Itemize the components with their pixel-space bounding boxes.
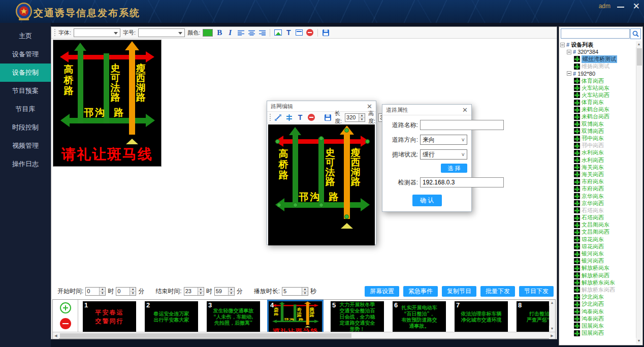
insert-text-button[interactable]: T [284, 28, 293, 37]
program-send-button[interactable]: 节目下发 [519, 286, 554, 297]
device-search-input[interactable] [561, 28, 630, 39]
tree-item[interactable]: 沙北岗西 [574, 301, 635, 308]
align-right-button[interactable] [258, 28, 266, 37]
map-node-handle[interactable] [344, 128, 349, 133]
sidebar-item-1[interactable]: 设备管理 [0, 45, 51, 64]
add-program-button[interactable] [60, 302, 71, 313]
tree-item[interactable]: 国展岗东 [574, 322, 635, 329]
close-icon[interactable]: ✕ [633, 1, 640, 12]
minimize-icon[interactable] [617, 4, 625, 10]
tree-item[interactable]: 银河岗西 [574, 258, 635, 265]
tree-item[interactable]: 解放桥岗东 [574, 265, 635, 272]
editor-canvas[interactable]: 高桥路 史可法路 瘦西湖路 邗沟 路 请礼让斑马线 [268, 124, 375, 245]
program-thumb-1[interactable]: 1平安春运交警同行 [83, 301, 136, 332]
italic-button[interactable]: I [226, 28, 234, 37]
map-node-handle[interactable] [319, 136, 324, 141]
tree-item[interactable]: 鸿泰岗东 [574, 308, 635, 315]
dialog-titlebar[interactable]: 道路属性 ✕ [382, 105, 471, 115]
font-size-select[interactable] [138, 28, 185, 37]
tree-item[interactable]: 体育岗西 [574, 77, 635, 84]
tree-item[interactable]: 琼花岗西 [574, 243, 635, 250]
sidebar-item-4[interactable]: 节目库 [0, 100, 51, 118]
scroll-down-icon[interactable]: ▼ [636, 338, 642, 344]
program-thumb-5[interactable]: 5大力开展秋冬季交通安全整治百日会战，全力稳定道路交通安全形势！ [331, 301, 384, 332]
delete-item-button[interactable] [306, 28, 314, 37]
close-icon[interactable]: ✕ [462, 106, 468, 114]
scrollbar-thumb[interactable] [60, 333, 351, 338]
device-tree-scrollbar[interactable]: ▲ ▼ [636, 41, 642, 344]
tree-item[interactable]: 银河岗东 [574, 250, 635, 257]
collapse-icon[interactable] [560, 43, 565, 47]
remove-program-button[interactable] [60, 318, 71, 329]
start-hour-stepper[interactable]: 0▲▼ [85, 287, 106, 296]
sidebar-item-6[interactable]: 视频管理 [0, 137, 51, 155]
tree-item[interactable]: 石塔岗西 [574, 214, 635, 222]
tree-item[interactable]: 邗中岗西 [574, 142, 635, 149]
scroll-left-icon[interactable]: ◀ [53, 333, 59, 339]
scroll-down-icon[interactable]: ▼ [549, 326, 555, 332]
dialog-titlebar[interactable]: 路网编辑 ✕ [267, 101, 376, 112]
tree-item[interactable]: 京华岗东 [574, 193, 635, 200]
scrollbar-thumb[interactable] [637, 48, 642, 66]
tree-item[interactable]: 解放桥东岗东 [574, 279, 635, 286]
tree-item[interactable]: 水利岗西 [574, 156, 635, 164]
scroll-up-icon[interactable]: ▲ [549, 300, 555, 306]
tree-item[interactable]: 双博岗东 [574, 120, 635, 128]
duration-stepper[interactable]: 5▲▼ [282, 287, 308, 296]
program-thumb-7[interactable]: 7依法治理非标车辆净化城市交通环境 [455, 301, 508, 332]
batch-send-button[interactable]: 批量下发 [480, 286, 515, 297]
tree-item[interactable]: 海关岗西 [574, 171, 635, 178]
program-strip-horizontal-scrollbar[interactable]: ◀ ▶ [53, 332, 555, 338]
map-node-handle[interactable] [293, 203, 298, 207]
screen-settings-button[interactable]: 屏幕设置 [365, 286, 399, 297]
emergency-event-button[interactable]: 紧急事件 [403, 286, 438, 297]
draw-road-button[interactable] [285, 113, 293, 122]
bold-button[interactable]: B [215, 28, 223, 37]
collapse-icon[interactable] [567, 71, 571, 76]
align-left-button[interactable] [237, 28, 245, 37]
detector-input[interactable] [420, 177, 504, 187]
search-button[interactable] [630, 28, 641, 39]
map-node-handle[interactable] [344, 214, 349, 219]
tree-item[interactable]: 维扬岗测试 [574, 63, 635, 70]
user-name[interactable]: adm [599, 3, 610, 10]
road-name-input[interactable] [420, 120, 504, 130]
program-thumb-6[interactable]: 6扎实开展电动车“百日整治”，有效预防道路交通事故。 [393, 301, 446, 332]
save-button[interactable] [321, 28, 330, 37]
length-stepper[interactable]: 320▲▼ [345, 113, 365, 122]
sidebar-item-7[interactable]: 操作日志 [0, 155, 51, 173]
program-thumb-8[interactable]: 8打击整治“…严查严惩“机… [517, 301, 549, 332]
tree-root[interactable]: #设备列表 [560, 41, 635, 48]
font-select[interactable] [74, 28, 120, 37]
program-strip-vertical-scrollbar[interactable]: ▲ ▼ [549, 300, 555, 332]
tree-item[interactable]: 沙北岗东 [574, 294, 635, 301]
insert-image-button[interactable] [274, 28, 282, 37]
tree-item[interactable]: 螺丝湾桥测试 [574, 55, 635, 62]
tree-item[interactable]: 琼花岗东 [574, 236, 635, 243]
sidebar-item-2[interactable]: 设备控制 [0, 64, 51, 82]
map-node-handle[interactable] [319, 203, 324, 207]
scroll-right-icon[interactable]: ▶ [549, 333, 555, 339]
draw-line-button[interactable] [274, 113, 282, 122]
tree-item[interactable]: 火车站岗西 [574, 91, 635, 99]
sign-preview[interactable]: 高桥路 史可法路 瘦西湖路 邗沟 路 请礼让斑马线 [53, 40, 162, 167]
program-thumb-2[interactable]: 2春运安全连万家出行平安靠大家 [145, 301, 198, 332]
align-center-button[interactable] [247, 28, 255, 37]
select-button[interactable]: 选 择 [441, 164, 467, 173]
tree-item[interactable]: 水利岗东 [574, 149, 635, 156]
tree-item[interactable]: 文昌阁岗西 [574, 229, 635, 236]
road-direction-select[interactable]: 来向 [420, 135, 467, 145]
program-thumb-4[interactable]: 4 高桥路 史可法路 瘦西湖路 邗沟 路 请礼让斑马线 [269, 301, 322, 332]
color-swatch[interactable] [203, 29, 213, 37]
copy-program-button[interactable]: 复制节目 [442, 286, 476, 297]
start-minute-stepper[interactable]: 0▲▼ [116, 287, 136, 296]
tree-item[interactable]: 石塔岗东 [574, 207, 635, 214]
sidebar-item-0[interactable]: 主页 [0, 27, 51, 45]
tree-group-0[interactable]: #320*384 [567, 48, 635, 55]
congestion-select[interactable]: 缓行 [420, 149, 467, 160]
tree-group-1[interactable]: #192*80 [567, 70, 635, 77]
tree-item[interactable]: 来鹤台岗东 [574, 106, 635, 113]
tree-item[interactable]: 体育岗东 [574, 99, 635, 106]
confirm-button[interactable]: 确 认 [412, 195, 442, 206]
map-node-handle[interactable] [275, 139, 280, 144]
